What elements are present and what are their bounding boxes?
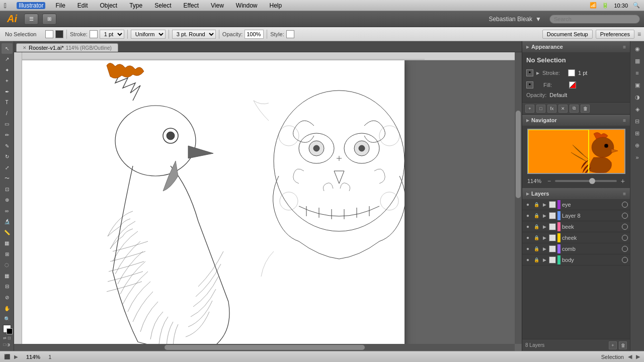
- menu-select[interactable]: Select: [152, 2, 173, 9]
- stroke-expand-icon[interactable]: ▶: [536, 71, 539, 75]
- panel-collapse-icon[interactable]: »: [632, 152, 643, 163]
- pencil-tool[interactable]: ✎: [2, 141, 13, 151]
- stroke-visibility-icon[interactable]: ●: [526, 69, 533, 76]
- search-input[interactable]: [549, 15, 640, 24]
- artboard-tool[interactable]: ⊟: [2, 282, 13, 292]
- layers-panel-header[interactable]: ▶ Layers ≡: [522, 188, 630, 199]
- hand-tool[interactable]: ✋: [2, 303, 13, 314]
- view-toggle-btn[interactable]: ⊞: [42, 14, 56, 25]
- direct-selection-tool[interactable]: ↗: [2, 54, 13, 65]
- list-item[interactable]: ● 🔒 ▶ Layer 8: [522, 210, 630, 221]
- blend-tool[interactable]: ∞: [2, 206, 13, 216]
- zoom-tool[interactable]: 🔍: [2, 314, 13, 324]
- measure-tool[interactable]: 📏: [2, 227, 13, 238]
- stroke-swatch[interactable]: [55, 30, 63, 38]
- clear-appearance-btn[interactable]: ✕: [558, 105, 568, 113]
- layer-lock-comb[interactable]: 🔒: [533, 245, 540, 252]
- duplicate-item-btn[interactable]: ⧉: [570, 105, 579, 113]
- rect-tool[interactable]: ▭: [2, 119, 13, 130]
- layer-target-body[interactable]: [622, 257, 628, 263]
- apple-menu[interactable]: : [4, 2, 7, 10]
- layer-target-cheek[interactable]: [622, 235, 628, 241]
- horizontal-scrollbar[interactable]: [14, 344, 515, 351]
- layer-eye-layer8[interactable]: ●: [524, 212, 531, 219]
- layer-lock-cheek[interactable]: 🔒: [533, 234, 540, 241]
- menu-effect[interactable]: Effect: [182, 2, 201, 9]
- fill-visibility-icon[interactable]: ●: [526, 81, 533, 88]
- layer-expand-comb[interactable]: ▶: [541, 246, 547, 252]
- menu-view[interactable]: View: [209, 2, 226, 9]
- document-tab[interactable]: ✕ Rooster-v1.ai* 114% (RGB/Outline): [16, 43, 118, 52]
- layer-target-beek[interactable]: [622, 224, 628, 230]
- layer-target-eye[interactable]: [622, 202, 628, 208]
- zoom-slider[interactable]: [555, 180, 617, 182]
- appearance-panel-header[interactable]: ▶ Appearance ≡: [522, 41, 630, 52]
- graph-tool[interactable]: ▦: [2, 270, 13, 281]
- type-tool[interactable]: T: [2, 98, 13, 108]
- list-item[interactable]: ● 🔒 ▶ comb: [522, 243, 630, 254]
- layer-lock-eye[interactable]: 🔒: [533, 201, 540, 208]
- swap-colors-icon[interactable]: ⇄: [3, 336, 7, 340]
- stroke-width-dropdown[interactable]: 1 pt: [100, 30, 124, 39]
- layer-expand-beek[interactable]: ▶: [541, 224, 547, 230]
- panel-gradient-icon[interactable]: ▣: [632, 79, 643, 90]
- lasso-tool[interactable]: ⌖: [2, 76, 13, 86]
- paintbrush-tool[interactable]: ✏: [2, 130, 13, 140]
- delete-item-btn[interactable]: 🗑: [581, 105, 590, 113]
- delete-layer-btn[interactable]: 🗑: [619, 341, 627, 349]
- stroke-color-app[interactable]: [568, 69, 575, 76]
- layer-eye-body[interactable]: ●: [524, 256, 531, 263]
- layer-lock-layer8[interactable]: 🔒: [533, 212, 540, 219]
- layers-panel-options[interactable]: ≡: [623, 191, 626, 197]
- magic-wand-tool[interactable]: ✦: [2, 65, 13, 75]
- fx-btn[interactable]: fx: [547, 105, 556, 113]
- fill-swatch[interactable]: [45, 30, 53, 38]
- normal-mode-icon[interactable]: □: [4, 342, 6, 347]
- navigator-panel-header[interactable]: ▶ Navigator ≡: [522, 115, 630, 126]
- artboard-next-btn[interactable]: ▶: [636, 353, 640, 360]
- stroke-color-swatch[interactable]: [90, 30, 98, 38]
- vertical-scrollbar[interactable]: [515, 52, 522, 344]
- layer-eye-comb[interactable]: ●: [524, 245, 531, 252]
- quick-mask-icon[interactable]: ◑: [7, 342, 10, 347]
- line-tool[interactable]: /: [2, 108, 13, 119]
- appearance-panel-options[interactable]: ≡: [623, 44, 626, 50]
- fill-color[interactable]: [3, 325, 11, 333]
- h-scroll-thumb[interactable]: [165, 345, 365, 350]
- preferences-btn[interactable]: Preferences: [596, 30, 634, 39]
- gradient-tool[interactable]: ▦: [2, 238, 13, 249]
- panel-align-icon[interactable]: ⊟: [632, 116, 643, 127]
- style-swatch[interactable]: [286, 30, 294, 38]
- slice-tool[interactable]: ⊘: [2, 292, 13, 303]
- v-scroll-thumb[interactable]: [516, 111, 521, 198]
- menu-type[interactable]: Type: [127, 2, 144, 9]
- document-setup-btn[interactable]: Document Setup: [542, 30, 593, 39]
- zoom-out-icon[interactable]: −: [547, 177, 551, 185]
- panel-appearance-icon[interactable]: ◈: [632, 104, 643, 115]
- list-item[interactable]: ● 🔒 ▶ cheek: [522, 232, 630, 243]
- layer-lock-body[interactable]: 🔒: [533, 256, 540, 263]
- menu-help[interactable]: Help: [268, 2, 284, 9]
- layer-eye-beek[interactable]: ●: [524, 223, 531, 230]
- list-item[interactable]: ● 🔒 ▶ body: [522, 254, 630, 265]
- menu-edit[interactable]: Edit: [75, 2, 90, 9]
- layer-eye-cheek[interactable]: ●: [524, 234, 531, 241]
- default-colors-icon[interactable]: ⊡: [8, 336, 11, 340]
- warp-tool[interactable]: 〜: [2, 173, 13, 184]
- shape-builder-tool[interactable]: ⊕: [2, 195, 13, 205]
- layer-expand-eye[interactable]: ▶: [541, 202, 547, 208]
- panel-pathfinder-icon[interactable]: ⊕: [632, 140, 643, 151]
- search-icon[interactable]: 🔍: [633, 2, 640, 9]
- panel-transparency-icon[interactable]: ◑: [632, 92, 643, 103]
- menu-illustrator[interactable]: Illustrator: [17, 2, 45, 9]
- rotate-tool[interactable]: ↻: [2, 151, 13, 162]
- document-canvas[interactable]: [22, 60, 405, 344]
- layer-expand-cheek[interactable]: ▶: [541, 235, 547, 241]
- panel-stroke-icon[interactable]: ≡: [632, 67, 643, 78]
- layer-eye-eye[interactable]: ●: [524, 201, 531, 208]
- panel-transform-icon[interactable]: ⊞: [632, 128, 643, 139]
- stroke-style-dropdown[interactable]: Uniform: [131, 30, 166, 39]
- menu-file[interactable]: File: [53, 2, 67, 9]
- fill-none-swatch[interactable]: [569, 81, 576, 88]
- eyedropper-tool[interactable]: 🔬: [2, 217, 13, 227]
